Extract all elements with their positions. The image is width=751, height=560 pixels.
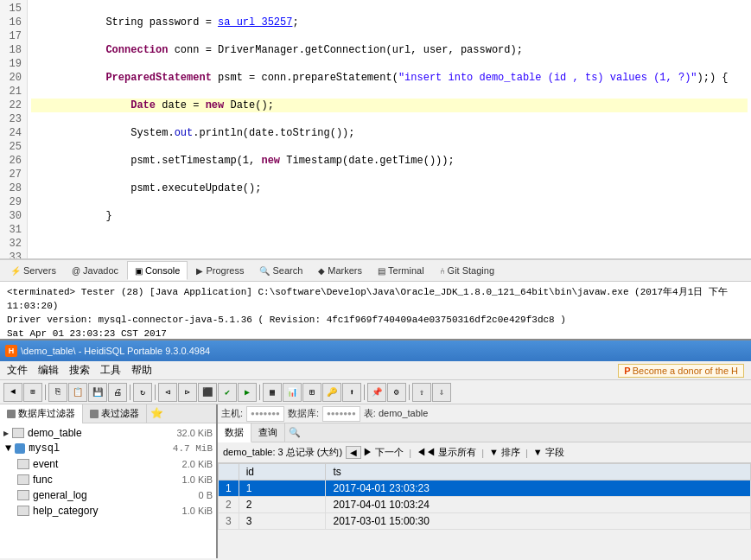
query-icon[interactable]: 🔍 (289, 427, 301, 438)
table-row[interactable]: 3 3 2017-03-01 15:00:30 (219, 513, 751, 530)
tab-progress[interactable]: ▶ Progress (189, 261, 251, 280)
col-id[interactable]: id (239, 464, 326, 480)
tb-up2-btn[interactable]: ⇧ (412, 383, 431, 402)
code-content[interactable]: String password = sa_url_35257; Connecti… (28, 0, 751, 258)
col-ts[interactable]: ts (326, 464, 751, 480)
donate-text: Become a donor of the H (633, 366, 738, 376)
tab-console[interactable]: ▣ Console (127, 261, 188, 280)
terminal-icon: ▤ (378, 266, 385, 276)
host-value-item[interactable]: ●●●●●●● (246, 406, 284, 422)
tb-stop-btn[interactable]: ⬛ (198, 383, 217, 402)
tb-arrow-btn[interactable]: ◄ (3, 383, 22, 402)
tb-chart-btn[interactable]: 📊 (283, 383, 302, 402)
menu-tools[interactable]: 工具 (100, 363, 121, 378)
db-tree: ▶ demo_table 32.0 KiB ▼ mysql 4.7 MiB ev… (0, 423, 216, 558)
db-tree-event[interactable]: event 2.0 KiB (0, 456, 216, 472)
tb-settings-btn[interactable]: ⚙ (387, 383, 406, 402)
table-icon-general-log (17, 490, 29, 500)
favorite-icon: ⭐ (150, 407, 163, 420)
table-row[interactable]: 1 1 2017-04-01 23:03:23 (219, 480, 751, 497)
tb-down2-btn[interactable]: ⇩ (432, 383, 451, 402)
tab-query[interactable]: 查询 (251, 423, 285, 442)
donate-banner[interactable]: P Become a donor of the H (618, 364, 744, 378)
servers-icon: ⚡ (10, 266, 21, 276)
db-tab-tables[interactable]: 表过滤器 (83, 404, 147, 423)
tab-javadoc-label: Javadoc (83, 265, 118, 276)
db-tree-mysql-row[interactable]: ▼ mysql 4.7 MiB (0, 441, 216, 456)
db-tree-event-label: event (33, 458, 58, 470)
console-line-2: Driver version: mysql-connector-java-5.1… (7, 313, 744, 327)
menu-search[interactable]: 搜索 (69, 363, 90, 378)
db-tree-general-log-label: general_log (33, 489, 87, 501)
prev-page-btn[interactable]: ◀ (346, 446, 361, 459)
db-tree-general-log[interactable]: general_log 0 B (0, 487, 216, 503)
tab-servers-label: Servers (23, 265, 56, 276)
table-label: 表: demo_table (364, 407, 429, 420)
table-icon-help-category (17, 506, 29, 516)
tab-search[interactable]: 🔍 Search (252, 261, 309, 280)
tb-paste-btn[interactable]: 📋 (68, 383, 87, 402)
tb-key-btn[interactable]: 🔑 (322, 383, 341, 402)
db-tree-demo-label: demo_table (28, 427, 82, 439)
code-editor: 15 16 17 18 19 20 21 22 23 24 25 26 27 2… (0, 0, 751, 259)
tab-bar: ⚡ Servers @ Javadoc ▣ Console ▶ Progress… (0, 259, 751, 282)
db-filter-icon (7, 410, 16, 418)
db-tree-demo-table[interactable]: ▶ demo_table 32.0 KiB (0, 425, 216, 441)
data-table: id ts 1 1 2017-04-01 23:03:23 2 2 (218, 463, 751, 558)
tb-new-btn[interactable]: ⊞ (23, 383, 42, 402)
db-tree-func[interactable]: func 1.0 KiB (0, 472, 216, 487)
heidisql-titlebar: H \demo_table\ - HeidiSQL Portable 9.3.0… (0, 340, 751, 361)
db-icon-mysql (15, 443, 25, 454)
tb-refresh-btn[interactable]: ↻ (133, 383, 152, 402)
tab-javadoc[interactable]: @ Javadoc (65, 261, 125, 280)
table-row[interactable]: 2 2 2017-04-01 10:03:24 (219, 497, 751, 513)
data-view-tabs: 数据 查询 🔍 (218, 423, 751, 442)
console-line-1: <terminated> Tester (28) [Java Applicati… (7, 285, 744, 313)
tab-markers[interactable]: ◆ Markers (311, 261, 369, 280)
markers-icon: ◆ (318, 266, 325, 276)
git-icon: ⑃ (440, 266, 445, 276)
tab-data[interactable]: 数据 (218, 423, 251, 442)
tab-git-staging[interactable]: ⑃ Git Staging (433, 261, 501, 280)
row3-num: 3 (219, 513, 239, 530)
tb-grid-btn[interactable]: ⊞ (302, 383, 321, 402)
tab-servers[interactable]: ⚡ Servers (3, 261, 63, 280)
tab-console-label: Console (145, 265, 180, 276)
tb-print-btn[interactable]: 🖨 (108, 383, 127, 402)
db-tab-databases[interactable]: 数据库过滤器 (0, 404, 83, 423)
nav-buttons: ◀ ▶ 下一个 | ◀◀ 显示所有 | ▼ 排序 | ▼ 字段 (346, 446, 564, 459)
tb-pin-btn[interactable]: 📌 (367, 383, 386, 402)
tab-terminal[interactable]: ▤ Terminal (371, 261, 431, 280)
tb-first-btn[interactable]: ⊳ (178, 383, 197, 402)
tb-run-btn[interactable]: ▶ (238, 383, 257, 402)
db-value-item[interactable]: ●●●●●●● (322, 406, 360, 422)
tb-save-btn[interactable]: 💾 (88, 383, 107, 402)
tb-prev-btn[interactable]: ⊲ (158, 383, 177, 402)
tb-copy-btn[interactable]: ⎘ (48, 383, 67, 402)
tab-markers-label: Markers (328, 265, 362, 276)
field-btn: ▼ 字段 (533, 446, 564, 459)
row1-ts: 2017-04-01 23:03:23 (326, 480, 751, 497)
tb-export-btn[interactable]: ⬆ (342, 383, 361, 402)
javadoc-icon: @ (72, 266, 80, 276)
table-icon-demo (12, 428, 24, 438)
console-line-3: Sat Apr 01 23:03:23 CST 2017 (7, 327, 744, 340)
heidisql-title: \demo_table\ - HeidiSQL Portable 9.3.0.4… (21, 346, 210, 356)
db-tree-mysql-size: 4.7 MiB (173, 443, 213, 454)
menu-help[interactable]: 帮助 (131, 363, 152, 378)
tb-table-btn[interactable]: ▦ (263, 383, 282, 402)
menu-file[interactable]: 文件 (7, 363, 28, 378)
db-label: 数据库: (288, 407, 319, 420)
tb-check-btn[interactable]: ✔ (218, 383, 237, 402)
table-icon-func (17, 474, 29, 485)
nav-sep2: | (481, 448, 484, 458)
db-tree-demo-size: 32.0 KiB (176, 428, 213, 438)
db-tree-func-size: 1.0 KiB (182, 474, 213, 485)
menu-edit[interactable]: 编辑 (38, 363, 59, 378)
db-tree-mysql-label: mysql (29, 442, 60, 455)
db-tree-help-category[interactable]: help_category 1.0 KiB (0, 503, 216, 519)
row2-num: 2 (219, 497, 239, 513)
row2-id: 2 (239, 497, 326, 513)
row3-ts: 2017-03-01 15:00:30 (326, 513, 751, 530)
tab-git-label: Git Staging (448, 265, 494, 276)
